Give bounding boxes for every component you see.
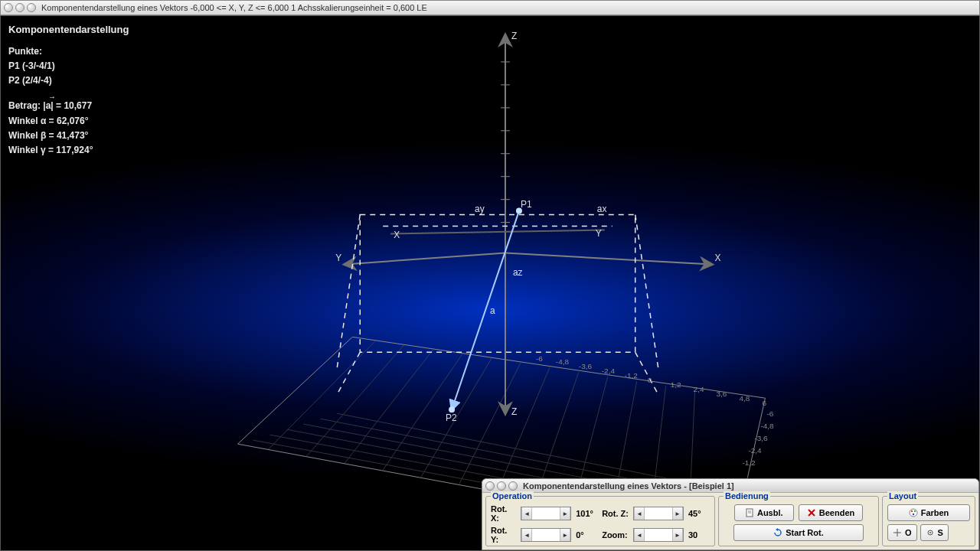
svg-line-22 [390,230,605,234]
svg-line-21 [345,253,505,265]
svg-text:-2,4: -2,4 [602,367,616,375]
spinner-roty[interactable]: ◄► [521,528,571,542]
svg-line-8 [345,349,433,463]
svg-text:1,2: 1,2 [671,380,681,389]
svg-text:2,4: 2,4 [694,385,704,393]
group-bedienung-label: Bedienung [724,491,770,500]
svg-line-31 [337,215,360,368]
window-button-1[interactable] [4,3,13,12]
svg-text:-1,2: -1,2 [742,458,756,467]
svg-text:az: az [513,267,523,278]
svg-text:ax: ax [597,204,607,214]
svg-text:-6: -6 [536,354,543,363]
svg-point-37 [449,406,455,412]
arrow-right-icon[interactable]: ► [672,529,683,541]
svg-text:0: 0 [648,376,652,384]
label-rotx: Rot. X: [491,504,516,523]
svg-text:X: X [394,230,400,240]
group-bedienung: Bedienung Ausbl. Beenden [718,496,879,546]
axis-labels: Z Z X Y X Y P1 P2 ax ay az a [335,31,720,423]
child-window-button-3[interactable] [508,481,518,491]
gear-icon [926,528,935,537]
svg-text:P1: P1 [521,199,532,210]
svg-text:P2: P2 [446,412,457,423]
arrow-right-icon[interactable]: ► [672,507,683,520]
label-zoom: Zoom: [602,530,629,540]
group-layout-label: Layout [887,491,918,500]
button-farben[interactable]: Farben [887,504,970,521]
svg-point-77 [910,510,912,512]
value-rotx: 101° [576,509,597,518]
label-roty: Rot. Y: [491,526,516,544]
svg-line-6 [268,341,375,449]
svg-text:4,8: 4,8 [739,394,750,403]
svg-text:-1,2: -1,2 [625,371,639,380]
svg-text:-4,8: -4,8 [760,422,774,430]
rotate-icon [773,528,782,537]
control-title: Komponentendarstellung eines Vektors - [… [523,481,734,491]
svg-text:-4,8: -4,8 [556,357,570,366]
spinner-zoom[interactable]: ◄► [633,528,684,542]
value-roty: 0° [576,530,597,540]
button-start-rotation[interactable]: Start Rot. [733,524,864,541]
svg-line-32 [635,215,658,368]
svg-point-78 [913,510,915,512]
svg-text:-2,4: -2,4 [748,446,762,455]
child-window-button-1[interactable] [485,481,495,491]
spinner-rotz[interactable]: ◄► [633,507,684,520]
svg-text:X: X [715,253,721,263]
viewport-3d[interactable]: Komponentendarstellung Punkte: P1 (-3/-4… [0,15,980,551]
svg-text:-3,6: -3,6 [754,434,768,442]
scene-svg: Z Z X Y X Y P1 P2 ax ay az a -6-4,8-3,6 … [1,16,979,551]
svg-text:6: 6 [762,399,766,407]
arrow-left-icon[interactable]: ◄ [521,507,532,520]
svg-text:ay: ay [475,204,485,214]
arrow-left-icon[interactable]: ◄ [634,507,645,520]
child-window-button-2[interactable] [497,481,506,491]
label-rotz: Rot. Z: [602,509,629,518]
svg-line-35 [452,211,519,410]
svg-text:3,6: 3,6 [717,390,727,398]
window-button-2[interactable] [15,3,24,12]
arrow-right-icon[interactable]: ► [560,529,570,541]
svg-text:Y: Y [335,253,341,263]
button-beenden[interactable]: Beenden [799,504,863,521]
value-rotz: 45° [688,509,710,518]
svg-point-83 [929,532,931,533]
svg-line-34 [635,352,658,394]
spinner-rotx[interactable]: ◄► [521,507,571,520]
svg-line-33 [337,352,360,394]
svg-line-11 [459,363,521,484]
svg-point-79 [912,514,913,515]
svg-text:-3,6: -3,6 [579,362,593,370]
main-titlebar: Komponentendarstellung eines Vektors -6,… [0,0,980,15]
document-icon [745,508,754,517]
button-ausblenden[interactable]: Ausbl. [734,504,794,521]
crosshair-icon [893,528,902,537]
svg-text:a: a [490,305,495,316]
arrow-right-icon[interactable]: ► [560,507,570,520]
close-x-icon [807,508,816,517]
svg-text:Z: Z [511,31,517,41]
group-layout: Layout Farben O S [882,496,975,546]
group-operation-label: Operation [491,491,534,500]
arrow-left-icon[interactable]: ◄ [634,529,645,541]
button-origin-toggle[interactable]: O [887,524,917,541]
window-button-3[interactable] [27,3,36,12]
button-style-toggle[interactable]: S [920,524,949,541]
svg-point-76 [910,509,917,517]
control-window: Komponentendarstellung eines Vektors - [… [482,478,979,550]
svg-text:Y: Y [596,228,602,239]
group-operation: Operation Rot. X: ◄► 101° Rot. Z: ◄► 45°… [485,496,715,546]
value-zoom: 30 [688,530,710,540]
palette-icon [909,508,918,517]
svg-text:Z: Z [511,406,517,417]
svg-text:-6: -6 [766,409,773,418]
svg-line-20 [505,253,712,265]
arrow-left-icon[interactable]: ◄ [521,529,532,541]
window-title: Komponentendarstellung eines Vektors -6,… [41,3,427,12]
